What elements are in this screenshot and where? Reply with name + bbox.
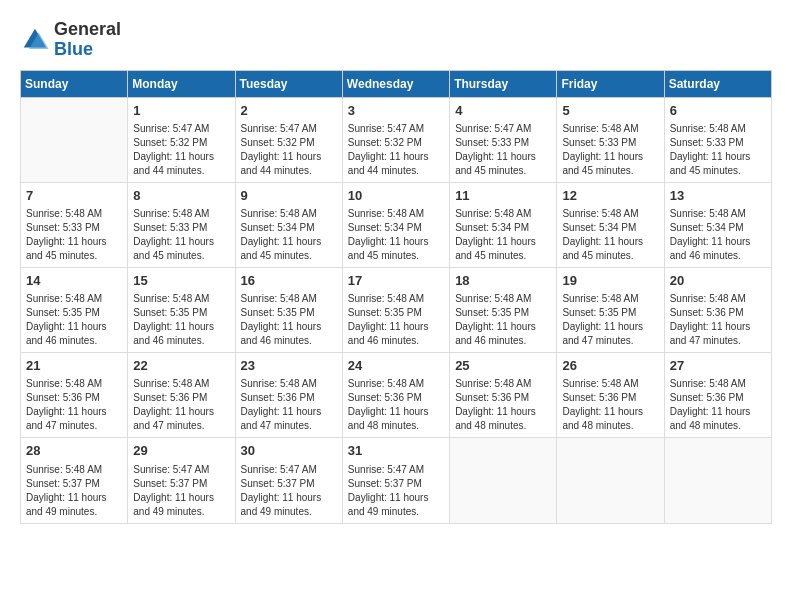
day-info: Sunrise: 5:48 AMSunset: 5:34 PMDaylight:… bbox=[670, 207, 766, 263]
day-number: 16 bbox=[241, 272, 337, 290]
day-number: 12 bbox=[562, 187, 658, 205]
day-cell: 25Sunrise: 5:48 AMSunset: 5:36 PMDayligh… bbox=[450, 353, 557, 438]
day-cell: 22Sunrise: 5:48 AMSunset: 5:36 PMDayligh… bbox=[128, 353, 235, 438]
day-number: 28 bbox=[26, 442, 122, 460]
day-info: Sunrise: 5:47 AMSunset: 5:33 PMDaylight:… bbox=[455, 122, 551, 178]
day-info: Sunrise: 5:48 AMSunset: 5:34 PMDaylight:… bbox=[455, 207, 551, 263]
day-info: Sunrise: 5:47 AMSunset: 5:32 PMDaylight:… bbox=[133, 122, 229, 178]
day-number: 27 bbox=[670, 357, 766, 375]
day-number: 15 bbox=[133, 272, 229, 290]
day-info: Sunrise: 5:48 AMSunset: 5:35 PMDaylight:… bbox=[348, 292, 444, 348]
day-info: Sunrise: 5:47 AMSunset: 5:32 PMDaylight:… bbox=[241, 122, 337, 178]
day-info: Sunrise: 5:48 AMSunset: 5:34 PMDaylight:… bbox=[348, 207, 444, 263]
day-cell: 30Sunrise: 5:47 AMSunset: 5:37 PMDayligh… bbox=[235, 438, 342, 523]
day-info: Sunrise: 5:48 AMSunset: 5:36 PMDaylight:… bbox=[133, 377, 229, 433]
week-row-3: 14Sunrise: 5:48 AMSunset: 5:35 PMDayligh… bbox=[21, 267, 772, 352]
day-number: 26 bbox=[562, 357, 658, 375]
day-cell: 11Sunrise: 5:48 AMSunset: 5:34 PMDayligh… bbox=[450, 182, 557, 267]
day-info: Sunrise: 5:47 AMSunset: 5:32 PMDaylight:… bbox=[348, 122, 444, 178]
day-number: 3 bbox=[348, 102, 444, 120]
calendar-table: SundayMondayTuesdayWednesdayThursdayFrid… bbox=[20, 70, 772, 524]
day-number: 2 bbox=[241, 102, 337, 120]
day-number: 8 bbox=[133, 187, 229, 205]
day-info: Sunrise: 5:47 AMSunset: 5:37 PMDaylight:… bbox=[241, 463, 337, 519]
day-info: Sunrise: 5:48 AMSunset: 5:34 PMDaylight:… bbox=[562, 207, 658, 263]
day-number: 23 bbox=[241, 357, 337, 375]
week-row-5: 28Sunrise: 5:48 AMSunset: 5:37 PMDayligh… bbox=[21, 438, 772, 523]
logo: General Blue bbox=[20, 20, 121, 60]
day-info: Sunrise: 5:48 AMSunset: 5:35 PMDaylight:… bbox=[26, 292, 122, 348]
day-number: 22 bbox=[133, 357, 229, 375]
day-cell bbox=[557, 438, 664, 523]
day-cell: 13Sunrise: 5:48 AMSunset: 5:34 PMDayligh… bbox=[664, 182, 771, 267]
day-cell: 14Sunrise: 5:48 AMSunset: 5:35 PMDayligh… bbox=[21, 267, 128, 352]
day-cell: 20Sunrise: 5:48 AMSunset: 5:36 PMDayligh… bbox=[664, 267, 771, 352]
day-number: 11 bbox=[455, 187, 551, 205]
day-number: 25 bbox=[455, 357, 551, 375]
day-cell: 15Sunrise: 5:48 AMSunset: 5:35 PMDayligh… bbox=[128, 267, 235, 352]
day-number: 21 bbox=[26, 357, 122, 375]
day-cell: 26Sunrise: 5:48 AMSunset: 5:36 PMDayligh… bbox=[557, 353, 664, 438]
day-info: Sunrise: 5:48 AMSunset: 5:37 PMDaylight:… bbox=[26, 463, 122, 519]
day-cell: 27Sunrise: 5:48 AMSunset: 5:36 PMDayligh… bbox=[664, 353, 771, 438]
day-cell: 21Sunrise: 5:48 AMSunset: 5:36 PMDayligh… bbox=[21, 353, 128, 438]
day-number: 17 bbox=[348, 272, 444, 290]
page-header: General Blue bbox=[20, 20, 772, 60]
day-number: 9 bbox=[241, 187, 337, 205]
day-number: 24 bbox=[348, 357, 444, 375]
day-info: Sunrise: 5:48 AMSunset: 5:36 PMDaylight:… bbox=[670, 377, 766, 433]
day-info: Sunrise: 5:47 AMSunset: 5:37 PMDaylight:… bbox=[133, 463, 229, 519]
day-number: 31 bbox=[348, 442, 444, 460]
header-row: SundayMondayTuesdayWednesdayThursdayFrid… bbox=[21, 70, 772, 97]
day-cell: 3Sunrise: 5:47 AMSunset: 5:32 PMDaylight… bbox=[342, 97, 449, 182]
day-cell bbox=[21, 97, 128, 182]
day-info: Sunrise: 5:48 AMSunset: 5:34 PMDaylight:… bbox=[241, 207, 337, 263]
day-number: 4 bbox=[455, 102, 551, 120]
day-number: 19 bbox=[562, 272, 658, 290]
day-info: Sunrise: 5:48 AMSunset: 5:36 PMDaylight:… bbox=[562, 377, 658, 433]
col-header-wednesday: Wednesday bbox=[342, 70, 449, 97]
col-header-saturday: Saturday bbox=[664, 70, 771, 97]
day-info: Sunrise: 5:48 AMSunset: 5:33 PMDaylight:… bbox=[26, 207, 122, 263]
day-info: Sunrise: 5:48 AMSunset: 5:36 PMDaylight:… bbox=[455, 377, 551, 433]
day-info: Sunrise: 5:48 AMSunset: 5:35 PMDaylight:… bbox=[241, 292, 337, 348]
day-cell: 12Sunrise: 5:48 AMSunset: 5:34 PMDayligh… bbox=[557, 182, 664, 267]
day-number: 5 bbox=[562, 102, 658, 120]
day-cell: 1Sunrise: 5:47 AMSunset: 5:32 PMDaylight… bbox=[128, 97, 235, 182]
day-info: Sunrise: 5:48 AMSunset: 5:36 PMDaylight:… bbox=[348, 377, 444, 433]
day-cell: 9Sunrise: 5:48 AMSunset: 5:34 PMDaylight… bbox=[235, 182, 342, 267]
day-number: 18 bbox=[455, 272, 551, 290]
day-cell: 2Sunrise: 5:47 AMSunset: 5:32 PMDaylight… bbox=[235, 97, 342, 182]
day-number: 6 bbox=[670, 102, 766, 120]
day-info: Sunrise: 5:48 AMSunset: 5:35 PMDaylight:… bbox=[133, 292, 229, 348]
day-info: Sunrise: 5:48 AMSunset: 5:35 PMDaylight:… bbox=[562, 292, 658, 348]
day-cell: 16Sunrise: 5:48 AMSunset: 5:35 PMDayligh… bbox=[235, 267, 342, 352]
col-header-monday: Monday bbox=[128, 70, 235, 97]
day-info: Sunrise: 5:47 AMSunset: 5:37 PMDaylight:… bbox=[348, 463, 444, 519]
day-cell: 4Sunrise: 5:47 AMSunset: 5:33 PMDaylight… bbox=[450, 97, 557, 182]
col-header-thursday: Thursday bbox=[450, 70, 557, 97]
day-number: 29 bbox=[133, 442, 229, 460]
day-number: 7 bbox=[26, 187, 122, 205]
day-info: Sunrise: 5:48 AMSunset: 5:36 PMDaylight:… bbox=[241, 377, 337, 433]
day-cell bbox=[450, 438, 557, 523]
week-row-1: 1Sunrise: 5:47 AMSunset: 5:32 PMDaylight… bbox=[21, 97, 772, 182]
col-header-friday: Friday bbox=[557, 70, 664, 97]
day-cell: 31Sunrise: 5:47 AMSunset: 5:37 PMDayligh… bbox=[342, 438, 449, 523]
day-info: Sunrise: 5:48 AMSunset: 5:33 PMDaylight:… bbox=[562, 122, 658, 178]
day-info: Sunrise: 5:48 AMSunset: 5:33 PMDaylight:… bbox=[670, 122, 766, 178]
col-header-sunday: Sunday bbox=[21, 70, 128, 97]
day-number: 20 bbox=[670, 272, 766, 290]
day-number: 30 bbox=[241, 442, 337, 460]
day-cell: 18Sunrise: 5:48 AMSunset: 5:35 PMDayligh… bbox=[450, 267, 557, 352]
day-info: Sunrise: 5:48 AMSunset: 5:35 PMDaylight:… bbox=[455, 292, 551, 348]
day-cell: 29Sunrise: 5:47 AMSunset: 5:37 PMDayligh… bbox=[128, 438, 235, 523]
day-cell: 8Sunrise: 5:48 AMSunset: 5:33 PMDaylight… bbox=[128, 182, 235, 267]
day-cell: 10Sunrise: 5:48 AMSunset: 5:34 PMDayligh… bbox=[342, 182, 449, 267]
day-number: 10 bbox=[348, 187, 444, 205]
week-row-2: 7Sunrise: 5:48 AMSunset: 5:33 PMDaylight… bbox=[21, 182, 772, 267]
day-number: 14 bbox=[26, 272, 122, 290]
col-header-tuesday: Tuesday bbox=[235, 70, 342, 97]
day-cell: 28Sunrise: 5:48 AMSunset: 5:37 PMDayligh… bbox=[21, 438, 128, 523]
day-cell: 19Sunrise: 5:48 AMSunset: 5:35 PMDayligh… bbox=[557, 267, 664, 352]
